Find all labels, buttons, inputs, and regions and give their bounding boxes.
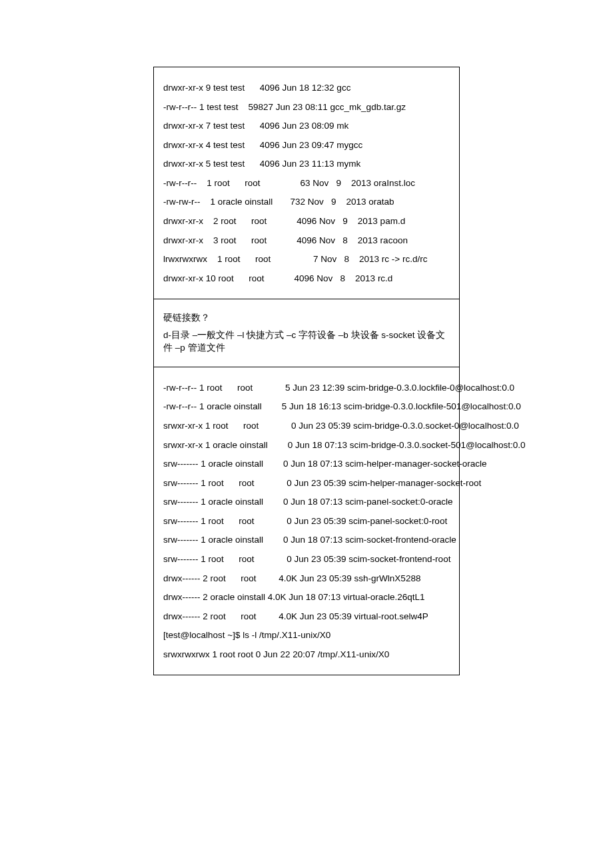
ls-line: drwxr-xr-x 2 root root 4096 Nov 9 2013 p… xyxy=(163,215,450,228)
ls-line: srwxr-xr-x 1 oracle oinstall 0 Jun 18 07… xyxy=(163,439,450,452)
ls-line: -rw-rw-r-- 1 oracle oinstall 732 Nov 9 2… xyxy=(163,195,450,209)
ls-line: drwxr-xr-x 9 test test 4096 Jun 18 12:32… xyxy=(163,81,450,95)
ls-line: drwx------ 2 oracle oinstall 4.0K Jun 18… xyxy=(163,591,450,604)
file-type-legend: d-目录 –一般文件 –l 快捷方式 –c 字符设备 –b 块设备 s-sock… xyxy=(163,329,450,355)
ls-line: drwx------ 2 root root 4.0K Jun 23 05:39… xyxy=(163,610,450,623)
ls-line: drwxr-xr-x 4 test test 4096 Jun 23 09:47… xyxy=(163,139,450,152)
ls-line: srw------- 1 oracle oinstall 0 Jun 18 07… xyxy=(163,457,450,471)
ls-line: -rw-r--r-- 1 root root 5 Jun 23 12:39 sc… xyxy=(163,381,450,395)
ls-line: drwxr-xr-x 7 test test 4096 Jun 23 08:09… xyxy=(163,119,450,133)
ls-line: drwxr-xr-x 10 root root 4096 Nov 8 2013 … xyxy=(163,272,450,285)
ls-output-block-1: drwxr-xr-x 9 test test 4096 Jun 18 12:32… xyxy=(153,67,460,299)
ls-line: srw------- 1 root root 0 Jun 23 05:39 sc… xyxy=(163,515,450,528)
ls-line: srw------- 1 root root 0 Jun 23 05:39 sc… xyxy=(163,553,450,566)
ls-line: -rw-r--r-- 1 root root 63 Nov 9 2013 ora… xyxy=(163,177,450,190)
ls-line: lrwxrwxrwx 1 root root 7 Nov 8 2013 rc -… xyxy=(163,253,450,266)
ls-line: srw------- 1 root root 0 Jun 23 05:39 sc… xyxy=(163,477,450,490)
ls-line: srw------- 1 oracle oinstall 0 Jun 18 07… xyxy=(163,533,450,547)
ls-line: srwxr-xr-x 1 root root 0 Jun 23 05:39 sc… xyxy=(163,419,450,433)
ls-line: drwxr-xr-x 5 test test 4096 Jun 23 11:13… xyxy=(163,157,450,171)
ls-line: drwx------ 2 root root 4.0K Jun 23 05:39… xyxy=(163,572,450,585)
ls-line: srwxrwxrwx 1 root root 0 Jun 22 20:07 /t… xyxy=(163,648,450,661)
notes-block: 硬链接数？ d-目录 –一般文件 –l 快捷方式 –c 字符设备 –b 块设备 … xyxy=(153,299,460,367)
ls-output-block-2: -rw-r--r-- 1 root root 5 Jun 23 12:39 sc… xyxy=(153,367,460,675)
hardlink-question: 硬链接数？ xyxy=(163,311,450,325)
ls-line: srw------- 1 oracle oinstall 0 Jun 18 07… xyxy=(163,495,450,509)
ls-line: drwxr-xr-x 3 root root 4096 Nov 8 2013 r… xyxy=(163,234,450,247)
shell-prompt: [test@localhost ~]$ ls -l /tmp/.X11-unix… xyxy=(163,629,450,642)
ls-line: -rw-r--r-- 1 oracle oinstall 5 Jun 18 16… xyxy=(163,400,450,413)
ls-line: -rw-r--r-- 1 test test 59827 Jun 23 08:1… xyxy=(163,101,450,114)
